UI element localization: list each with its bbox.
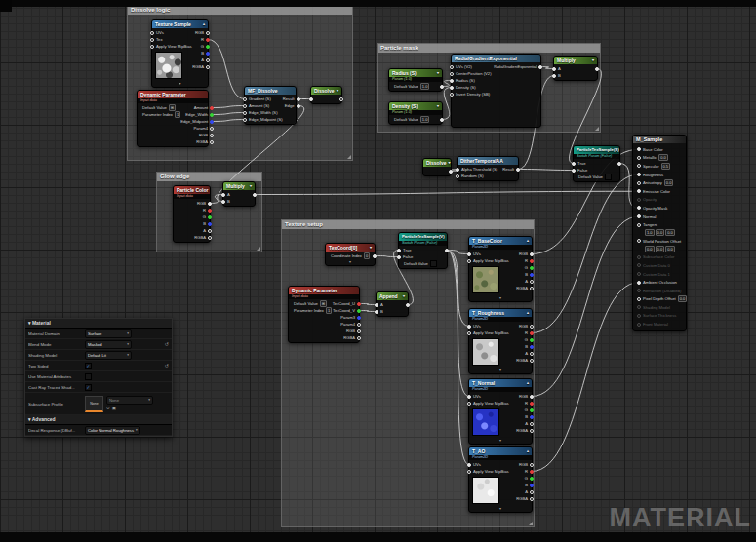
- texture-sample-r-pin[interactable]: [206, 38, 210, 42]
- vector-component-box[interactable]: 0.0: [656, 229, 665, 236]
- value-box[interactable]: 1.0: [420, 83, 430, 90]
- comment-group-title[interactable]: Dissolve logic: [128, 6, 352, 15]
- dp2-texcoord_v-pin[interactable]: [357, 309, 361, 313]
- pts-v-node[interactable]: ParticleTexSample(V)Switch Param (False)…: [398, 232, 448, 269]
- pts-s-true-pin[interactable]: [572, 162, 576, 166]
- collapse-chevron-icon[interactable]: ▾: [449, 159, 451, 167]
- pts-s-node[interactable]: ParticleTexSample(S)Switch Param (False)…: [573, 145, 620, 182]
- m-sample-node[interactable]: M_SampleBase ColorMetallic0.0Specular0.5…: [632, 135, 687, 331]
- dp1-rgb-pin[interactable]: [210, 134, 214, 137]
- collapse-chevron-icon[interactable]: ▴: [527, 379, 529, 387]
- mf-edge_width-pin[interactable]: [243, 111, 247, 115]
- texture-sample-a-pin[interactable]: [206, 58, 210, 62]
- collapse-chevron-icon[interactable]: ▾: [337, 87, 338, 95]
- texture-sample-node[interactable]: Texture Sample▴UVsTexApply View MipBiasR…: [151, 19, 209, 88]
- dissolve-usage-v-pin[interactable]: [449, 170, 453, 174]
- particle-color-a-pin[interactable]: [208, 229, 212, 233]
- dp1-rgba-pin[interactable]: [210, 140, 214, 144]
- m-sample-surface_thickness-pin[interactable]: [637, 314, 641, 318]
- append-a-pin[interactable]: [375, 303, 378, 307]
- checkbox-cast-ray-traced-shad-[interactable]: ✓: [85, 384, 92, 391]
- t-roughness-node[interactable]: T_Roughness▴Param2DUVsApply View MipBias…: [468, 308, 533, 374]
- expand-toggle-icon[interactable]: ▾: [469, 507, 532, 512]
- texture-sample-g-pin[interactable]: [206, 45, 210, 49]
- m-sample-emissive-pin[interactable]: [637, 189, 641, 193]
- dither-alpha-pin[interactable]: [456, 168, 459, 172]
- particle-color-b-pin[interactable]: [208, 222, 212, 226]
- m-sample-ambient_occlusion-pin[interactable]: [637, 281, 641, 285]
- pts-v-true-pin[interactable]: [397, 249, 401, 252]
- expand-toggle-icon[interactable]: ▾: [152, 82, 208, 87]
- t-roughness-g-pin[interactable]: [530, 338, 534, 342]
- m-sample-tangent-pin[interactable]: [637, 223, 641, 227]
- t-normal-node[interactable]: T_Normal▴Param2DUVsApply View MipBiasRGB…: [468, 378, 533, 445]
- pts-v-v-pin[interactable]: [445, 249, 449, 252]
- dp2-param3-pin[interactable]: [357, 316, 361, 320]
- reset-to-default-icon[interactable]: ↺: [165, 341, 169, 347]
- texture-sample-rgba-pin[interactable]: [206, 65, 210, 69]
- dp2-rgb-pin[interactable]: [357, 329, 361, 333]
- dp1-edge_midpoint-pin[interactable]: [210, 120, 214, 124]
- append-node[interactable]: Append▾AB: [376, 291, 409, 317]
- collapse-chevron-icon[interactable]: ▴: [203, 20, 205, 28]
- t-basecolor-a-pin[interactable]: [530, 280, 534, 284]
- default-value-box[interactable]: 0.0: [664, 179, 674, 186]
- value-box[interactable]: 1.0: [420, 116, 430, 123]
- vector-component-box[interactable]: 0.0: [665, 229, 675, 236]
- radial-v-pin[interactable]: [538, 65, 542, 69]
- m-sample-roughness-pin[interactable]: [637, 173, 641, 176]
- multiply-glow-result-pin[interactable]: [253, 193, 257, 197]
- default-value-box[interactable]: 0.5: [661, 163, 671, 170]
- radial-uvs-pin[interactable]: [450, 65, 454, 69]
- t-ao-g-pin[interactable]: [530, 477, 534, 481]
- t-normal-r-pin[interactable]: [530, 402, 534, 406]
- multiply-top-result-pin[interactable]: [595, 67, 599, 71]
- texture-sample-b-pin[interactable]: [206, 52, 210, 56]
- collapse-chevron-icon[interactable]: ▾: [437, 102, 439, 110]
- t-normal-uvs-pin[interactable]: [467, 395, 471, 399]
- vector-component-box[interactable]: 0.0: [656, 246, 665, 252]
- t-normal-rgb-pin[interactable]: [530, 395, 534, 399]
- radial-node[interactable]: RadialGradientExponentialUVs (V2)CenterP…: [451, 54, 541, 128]
- dropdown-blend-mode[interactable]: Masked▾: [85, 340, 132, 349]
- t-basecolor-mip-pin[interactable]: [467, 259, 471, 263]
- collapse-chevron-icon[interactable]: ▾: [403, 292, 405, 300]
- dp2-node[interactable]: Dynamic ParameterInput dataDefault Value…: [288, 286, 360, 343]
- subsurface-profile-thumbnail[interactable]: None: [85, 396, 103, 412]
- t-normal-a-pin[interactable]: [530, 422, 534, 426]
- collapse-chevron-icon[interactable]: ▴: [527, 237, 529, 245]
- t-ao-mip-pin[interactable]: [467, 470, 471, 474]
- expand-toggle-icon[interactable]: ▾: [469, 296, 532, 301]
- details-section-material[interactable]: ▾ Material: [25, 319, 172, 329]
- collapse-chevron-icon[interactable]: ▴: [527, 309, 529, 317]
- mf-result-pin[interactable]: [297, 97, 300, 101]
- value-box[interactable]: ⊞: [169, 104, 176, 111]
- particle-color-g-pin[interactable]: [208, 215, 212, 219]
- t-ao-b-pin[interactable]: [530, 484, 534, 487]
- dropdown-material-domain[interactable]: Surface▾: [85, 329, 132, 338]
- browse-icon[interactable]: ▣: [112, 406, 116, 410]
- checkbox-two-sided[interactable]: ✓: [85, 363, 92, 369]
- default-value-checkbox[interactable]: [605, 174, 612, 180]
- particle-color-r-pin[interactable]: [208, 209, 212, 213]
- m-sample-wpo-pin[interactable]: [637, 239, 641, 243]
- mf-edge_midpoint-pin[interactable]: [243, 118, 247, 122]
- t-roughness-r-pin[interactable]: [530, 331, 534, 335]
- texture-sample-mip-pin[interactable]: [150, 45, 154, 49]
- multiply-top-b-pin[interactable]: [552, 74, 556, 78]
- group-resize-handle[interactable]: [595, 127, 599, 131]
- mf-node[interactable]: MF_DissolveGradient (S)Amount (S)Edge_Wi…: [244, 86, 297, 125]
- expand-toggle-icon[interactable]: ▾: [469, 368, 532, 373]
- t-basecolor-rgba-pin[interactable]: [530, 287, 534, 290]
- dp2-rgba-pin[interactable]: [357, 336, 361, 340]
- value-box[interactable]: 1: [326, 307, 332, 314]
- m-sample-pdo-pin[interactable]: [637, 297, 641, 301]
- t-roughness-rgb-pin[interactable]: [530, 325, 534, 329]
- t-roughness-b-pin[interactable]: [530, 345, 534, 349]
- dp2-texcoord_u-pin[interactable]: [357, 302, 361, 306]
- m-sample-opacity_mask-pin[interactable]: [637, 206, 641, 210]
- multiply-glow-node[interactable]: Multiply▾AB: [222, 181, 256, 207]
- comment-group-title[interactable]: Texture setup: [282, 220, 534, 229]
- radial-radius-pin[interactable]: [450, 79, 454, 83]
- dp1-amount-pin[interactable]: [210, 106, 214, 110]
